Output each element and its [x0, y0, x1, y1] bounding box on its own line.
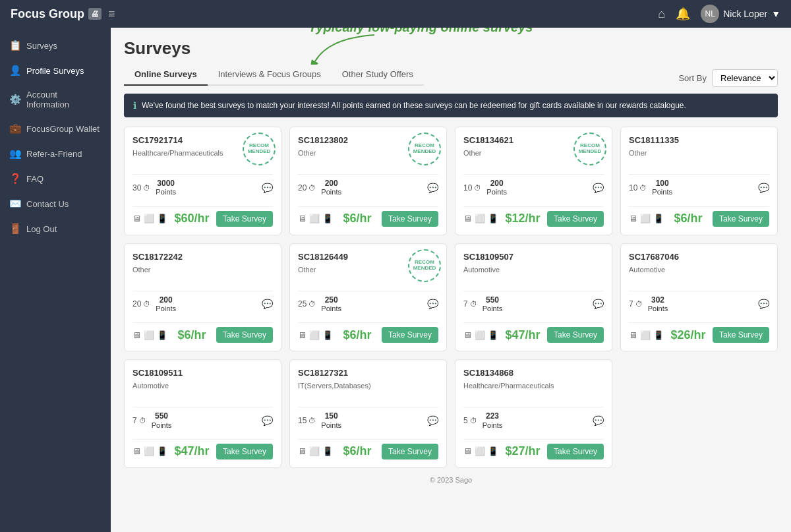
device-icons: 🖥 ⬜ 📱	[463, 446, 498, 456]
desktop-icon: 🖥	[132, 214, 141, 223]
sidebar-item-account[interactable]: ⚙️ Account Information	[0, 83, 111, 116]
survey-header: SC17921714 RECOMMENDED	[132, 135, 273, 145]
survey-footer: 🖥 ⬜ 📱 $26/hr Take Survey	[629, 322, 769, 343]
desktop-icon: 🖥	[298, 330, 307, 340]
sidebar-label-wallet: FocusGroup Wallet	[26, 124, 100, 134]
take-survey-button[interactable]: Take Survey	[713, 327, 769, 343]
take-survey-button[interactable]: Take Survey	[713, 211, 769, 227]
points-value: 200	[321, 179, 341, 188]
survey-header: SC18127321	[298, 368, 438, 378]
hourly-rate: $6/hr	[177, 328, 206, 342]
points-label: Points	[483, 305, 503, 313]
take-survey-button[interactable]: Take Survey	[382, 444, 438, 459]
sidebar-item-surveys[interactable]: 📋 Surveys	[0, 33, 111, 58]
chat-icon: 💬	[758, 299, 769, 309]
survey-footer: 🖥 ⬜ 📱 $6/hr Take Survey	[298, 439, 438, 459]
tab-interviews[interactable]: Interviews & Focus Groups	[208, 64, 332, 86]
sidebar-label-refer: Refer-a-Friend	[26, 149, 82, 159]
points-label: Points	[152, 421, 172, 430]
sidebar-label-profile-surveys: Profile Surveys	[26, 66, 84, 76]
survey-stats: 7 ⏱ 550 Points 💬	[463, 291, 604, 318]
brand-logo[interactable]: Focus Group 🖨	[11, 7, 102, 21]
points-label: Points	[483, 421, 503, 430]
sidebar-item-logout[interactable]: 🚪 Log Out	[0, 216, 111, 241]
faq-icon: ❓	[9, 173, 21, 185]
survey-footer: 🖥 ⬜ 📱 $27/hr Take Survey	[463, 439, 604, 459]
tab-other[interactable]: Other Study Offers	[332, 64, 424, 86]
recommended-badge: RECOMMENDED	[408, 133, 441, 165]
survey-time: 30 ⏱	[132, 183, 150, 192]
points-label: Points	[648, 305, 668, 313]
device-icons: 🖥 ⬜ 📱	[463, 214, 498, 223]
survey-category: Automotive	[132, 382, 273, 400]
tab-online-surveys[interactable]: Online Surveys	[124, 64, 208, 86]
user-menu[interactable]: NL Nick Loper ▼	[701, 5, 780, 23]
device-icons: 🖥 ⬜ 📱	[298, 446, 333, 456]
bell-icon[interactable]: 🔔	[676, 7, 690, 21]
survey-card: SC18134621 RECOMMENDED Other 10 ⏱ 200 Po…	[455, 127, 612, 235]
points-label: Points	[321, 305, 341, 313]
survey-stats: 10 ⏱ 100 Points 💬	[629, 174, 769, 201]
survey-points: 550 Points	[152, 411, 172, 430]
survey-points: 3000 Points	[156, 179, 176, 197]
survey-stats: 5 ⏱ 223 Points 💬	[463, 407, 604, 434]
sidebar-item-faq[interactable]: ❓ FAQ	[0, 166, 111, 191]
take-survey-button[interactable]: Take Survey	[216, 444, 273, 459]
survey-id: SC18172242	[132, 252, 183, 262]
points-value: 100	[652, 179, 672, 188]
banner-text: We've found the best surveys to match yo…	[142, 101, 686, 110]
hourly-rate: $47/hr	[505, 328, 540, 342]
survey-card: SC18127321 IT(Servers,Databases) 15 ⏱ 15…	[289, 359, 447, 468]
survey-stats: 15 ⏱ 150 Points 💬	[298, 407, 438, 434]
take-survey-button[interactable]: Take Survey	[382, 327, 438, 343]
survey-card: SC18172242 Other 20 ⏱ 200 Points 💬 🖥 ⬜ 📱…	[124, 243, 281, 352]
survey-footer: 🖥 ⬜ 📱 $6/hr Take Survey	[298, 322, 438, 343]
sidebar-item-refer[interactable]: 👥 Refer-a-Friend	[0, 141, 111, 166]
survey-card: SC18109511 Automotive 7 ⏱ 550 Points 💬 🖥…	[124, 359, 281, 468]
tablet-icon: ⬜	[144, 214, 154, 223]
tablet-icon: ⬜	[309, 330, 320, 340]
take-survey-button[interactable]: Take Survey	[547, 211, 604, 227]
sort-label: Sort By	[678, 73, 707, 83]
page-title: Surveys	[124, 38, 778, 59]
survey-points: 302 Points	[648, 295, 668, 314]
take-survey-button[interactable]: Take Survey	[382, 211, 438, 227]
survey-footer: 🖥 ⬜ 📱 $6/hr Take Survey	[298, 206, 438, 227]
survey-header: SC18109511	[132, 368, 273, 378]
survey-points: 200 Points	[321, 179, 341, 197]
sidebar-item-profile-surveys[interactable]: 👤 Profile Surveys	[0, 58, 111, 83]
survey-header: SC18123802 RECOMMENDED	[298, 135, 438, 145]
mobile-icon: 📱	[488, 330, 498, 340]
survey-points: 223 Points	[483, 411, 503, 430]
sidebar-item-contact[interactable]: ✉️ Contact Us	[0, 191, 111, 216]
chat-icon: 💬	[427, 183, 438, 193]
main-content: Surveys Typically low-paying online surv…	[111, 28, 791, 532]
take-survey-button[interactable]: Take Survey	[216, 327, 273, 343]
tablet-icon: ⬜	[475, 330, 485, 340]
home-icon[interactable]: ⌂	[658, 7, 665, 21]
sort-select[interactable]: Relevance Points Time Newest	[712, 69, 778, 87]
mobile-icon: 📱	[157, 214, 167, 223]
take-survey-button[interactable]: Take Survey	[216, 211, 273, 227]
survey-category: Automotive	[463, 266, 604, 284]
time-value: 7	[132, 416, 137, 425]
survey-id: SC17921714	[132, 135, 183, 145]
desktop-icon: 🖥	[132, 330, 141, 340]
hamburger-menu[interactable]: ≡	[108, 7, 115, 21]
sidebar-item-wallet[interactable]: 💼 FocusGroup Wallet	[0, 116, 111, 141]
survey-stats: 30 ⏱ 3000 Points 💬	[132, 174, 273, 201]
survey-header: SC18172242	[132, 252, 273, 262]
take-survey-button[interactable]: Take Survey	[547, 444, 604, 459]
survey-stats: 20 ⏱ 200 Points 💬	[132, 291, 273, 318]
mobile-icon: 📱	[322, 446, 333, 456]
device-icons: 🖥 ⬜ 📱	[629, 214, 664, 223]
survey-category: Healthcare/Pharmaceuticals	[463, 382, 604, 400]
survey-footer: 🖥 ⬜ 📱 $47/hr Take Survey	[132, 439, 273, 459]
points-label: Points	[652, 188, 672, 196]
take-survey-button[interactable]: Take Survey	[547, 327, 604, 343]
survey-footer: 🖥 ⬜ 📱 $12/hr Take Survey	[463, 206, 604, 227]
chat-icon: 💬	[593, 415, 604, 426]
clock-icon: ⏱	[470, 300, 477, 308]
chat-icon: 💬	[593, 299, 604, 309]
survey-points: 550 Points	[483, 295, 503, 314]
